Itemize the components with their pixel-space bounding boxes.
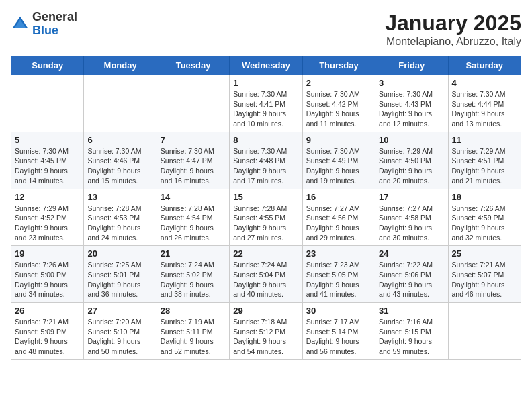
cell-info-text: Sunrise: 7:17 AMSunset: 5:14 PMDaylight:… <box>306 317 371 357</box>
cell-date-number: 26 <box>15 306 80 316</box>
cell-info-text: Sunrise: 7:21 AMSunset: 5:07 PMDaylight:… <box>452 260 517 300</box>
calendar-cell: 19Sunrise: 7:26 AMSunset: 5:00 PMDayligh… <box>11 246 84 303</box>
cell-date-number: 6 <box>87 135 152 145</box>
calendar-cell: 6Sunrise: 7:30 AMSunset: 4:46 PMDaylight… <box>84 132 157 189</box>
cell-info-text: Sunrise: 7:30 AMSunset: 4:46 PMDaylight:… <box>87 146 152 186</box>
calendar-cell: 22Sunrise: 7:24 AMSunset: 5:04 PMDayligh… <box>230 246 302 303</box>
cell-date-number: 20 <box>87 248 152 259</box>
calendar-cell: 17Sunrise: 7:27 AMSunset: 4:58 PMDayligh… <box>375 189 448 246</box>
cell-info-text: Sunrise: 7:24 AMSunset: 5:04 PMDaylight:… <box>233 260 298 300</box>
cell-date-number: 28 <box>161 306 226 316</box>
cell-date-number: 11 <box>452 135 517 145</box>
calendar-cell: 31Sunrise: 7:16 AMSunset: 5:15 PMDayligh… <box>375 303 448 360</box>
calendar-cell: 14Sunrise: 7:28 AMSunset: 4:54 PMDayligh… <box>157 189 229 246</box>
cell-info-text: Sunrise: 7:28 AMSunset: 4:55 PMDaylight:… <box>233 203 298 243</box>
calendar-cell <box>157 75 229 132</box>
cell-info-text: Sunrise: 7:26 AMSunset: 5:00 PMDaylight:… <box>15 260 80 300</box>
calendar-week-4: 26Sunrise: 7:21 AMSunset: 5:09 PMDayligh… <box>11 303 521 360</box>
cell-info-text: Sunrise: 7:18 AMSunset: 5:12 PMDaylight:… <box>233 317 298 357</box>
cell-info-text: Sunrise: 7:30 AMSunset: 4:43 PMDaylight:… <box>379 89 444 129</box>
cell-info-text: Sunrise: 7:29 AMSunset: 4:52 PMDaylight:… <box>15 203 80 243</box>
calendar-cell: 20Sunrise: 7:25 AMSunset: 5:01 PMDayligh… <box>84 246 157 303</box>
logo-text: General Blue <box>32 11 77 38</box>
calendar-cell: 8Sunrise: 7:30 AMSunset: 4:48 PMDaylight… <box>230 132 302 189</box>
calendar-cell: 24Sunrise: 7:22 AMSunset: 5:06 PMDayligh… <box>375 246 448 303</box>
cell-date-number: 2 <box>306 78 371 88</box>
title-block: January 2025 Montelapiano, Abruzzo, Ital… <box>385 11 521 48</box>
cell-date-number: 13 <box>87 192 152 202</box>
calendar-table: Sunday Monday Tuesday Wednesday Thursday… <box>11 56 521 360</box>
cell-date-number: 24 <box>379 248 444 259</box>
cell-info-text: Sunrise: 7:23 AMSunset: 5:05 PMDaylight:… <box>306 260 371 300</box>
cell-date-number: 3 <box>379 78 444 88</box>
calendar-week-1: 5Sunrise: 7:30 AMSunset: 4:45 PMDaylight… <box>11 132 521 189</box>
calendar-cell: 28Sunrise: 7:19 AMSunset: 5:11 PMDayligh… <box>157 303 229 360</box>
cell-date-number: 23 <box>306 248 371 259</box>
cell-date-number: 21 <box>161 248 226 259</box>
cell-info-text: Sunrise: 7:27 AMSunset: 4:56 PMDaylight:… <box>306 203 371 243</box>
cell-info-text: Sunrise: 7:29 AMSunset: 4:51 PMDaylight:… <box>452 146 517 186</box>
cell-info-text: Sunrise: 7:24 AMSunset: 5:02 PMDaylight:… <box>161 260 226 300</box>
cell-date-number: 19 <box>15 248 80 259</box>
calendar-cell <box>448 303 521 360</box>
cell-date-number: 29 <box>233 306 298 316</box>
cell-info-text: Sunrise: 7:30 AMSunset: 4:41 PMDaylight:… <box>233 89 298 129</box>
cell-date-number: 17 <box>379 192 444 202</box>
calendar-cell: 23Sunrise: 7:23 AMSunset: 5:05 PMDayligh… <box>302 246 375 303</box>
cell-info-text: Sunrise: 7:30 AMSunset: 4:42 PMDaylight:… <box>306 89 371 129</box>
cell-info-text: Sunrise: 7:26 AMSunset: 4:59 PMDaylight:… <box>452 203 517 243</box>
cell-info-text: Sunrise: 7:30 AMSunset: 4:49 PMDaylight:… <box>306 146 371 186</box>
cell-date-number: 22 <box>233 248 298 259</box>
cell-date-number: 5 <box>15 135 80 145</box>
calendar-cell: 26Sunrise: 7:21 AMSunset: 5:09 PMDayligh… <box>11 303 84 360</box>
calendar-cell: 15Sunrise: 7:28 AMSunset: 4:55 PMDayligh… <box>230 189 302 246</box>
cell-date-number: 15 <box>233 192 298 202</box>
calendar-cell: 27Sunrise: 7:20 AMSunset: 5:10 PMDayligh… <box>84 303 157 360</box>
calendar-cell: 5Sunrise: 7:30 AMSunset: 4:45 PMDaylight… <box>11 132 84 189</box>
cell-info-text: Sunrise: 7:30 AMSunset: 4:47 PMDaylight:… <box>161 146 226 186</box>
cell-info-text: Sunrise: 7:30 AMSunset: 4:45 PMDaylight:… <box>15 146 80 186</box>
calendar-cell: 30Sunrise: 7:17 AMSunset: 5:14 PMDayligh… <box>302 303 375 360</box>
calendar-cell: 12Sunrise: 7:29 AMSunset: 4:52 PMDayligh… <box>11 189 84 246</box>
calendar-cell: 29Sunrise: 7:18 AMSunset: 5:12 PMDayligh… <box>230 303 302 360</box>
cell-info-text: Sunrise: 7:20 AMSunset: 5:10 PMDaylight:… <box>87 317 152 357</box>
calendar-cell: 1Sunrise: 7:30 AMSunset: 4:41 PMDaylight… <box>230 75 302 132</box>
day-header-saturday: Saturday <box>448 56 521 75</box>
calendar-cell: 7Sunrise: 7:30 AMSunset: 4:47 PMDaylight… <box>157 132 229 189</box>
cell-info-text: Sunrise: 7:25 AMSunset: 5:01 PMDaylight:… <box>87 260 152 300</box>
calendar-subtitle: Montelapiano, Abruzzo, Italy <box>385 36 521 48</box>
day-header-friday: Friday <box>375 56 448 75</box>
calendar-cell: 25Sunrise: 7:21 AMSunset: 5:07 PMDayligh… <box>448 246 521 303</box>
cell-info-text: Sunrise: 7:30 AMSunset: 4:48 PMDaylight:… <box>233 146 298 186</box>
cell-info-text: Sunrise: 7:28 AMSunset: 4:54 PMDaylight:… <box>161 203 226 243</box>
cell-date-number: 4 <box>452 78 517 88</box>
cell-date-number: 1 <box>233 78 298 88</box>
calendar-cell <box>84 75 157 132</box>
calendar-week-0: 1Sunrise: 7:30 AMSunset: 4:41 PMDaylight… <box>11 75 521 132</box>
calendar-cell: 4Sunrise: 7:30 AMSunset: 4:44 PMDaylight… <box>448 75 521 132</box>
day-header-thursday: Thursday <box>302 56 375 75</box>
cell-date-number: 18 <box>452 192 517 202</box>
calendar-cell: 16Sunrise: 7:27 AMSunset: 4:56 PMDayligh… <box>302 189 375 246</box>
cell-date-number: 7 <box>161 135 226 145</box>
calendar-cell: 9Sunrise: 7:30 AMSunset: 4:49 PMDaylight… <box>302 132 375 189</box>
cell-date-number: 14 <box>161 192 226 202</box>
cell-date-number: 31 <box>379 306 444 316</box>
cell-date-number: 9 <box>306 135 371 145</box>
day-header-monday: Monday <box>84 56 157 75</box>
cell-date-number: 25 <box>452 248 517 259</box>
calendar-cell: 3Sunrise: 7:30 AMSunset: 4:43 PMDaylight… <box>375 75 448 132</box>
calendar-cell: 2Sunrise: 7:30 AMSunset: 4:42 PMDaylight… <box>302 75 375 132</box>
cell-info-text: Sunrise: 7:21 AMSunset: 5:09 PMDaylight:… <box>15 317 80 357</box>
cell-info-text: Sunrise: 7:29 AMSunset: 4:50 PMDaylight:… <box>379 146 444 186</box>
calendar-cell: 11Sunrise: 7:29 AMSunset: 4:51 PMDayligh… <box>448 132 521 189</box>
calendar-week-2: 12Sunrise: 7:29 AMSunset: 4:52 PMDayligh… <box>11 189 521 246</box>
calendar-cell: 10Sunrise: 7:29 AMSunset: 4:50 PMDayligh… <box>375 132 448 189</box>
cell-info-text: Sunrise: 7:28 AMSunset: 4:53 PMDaylight:… <box>87 203 152 243</box>
cell-date-number: 12 <box>15 192 80 202</box>
cell-info-text: Sunrise: 7:22 AMSunset: 5:06 PMDaylight:… <box>379 260 444 300</box>
cell-info-text: Sunrise: 7:19 AMSunset: 5:11 PMDaylight:… <box>161 317 226 357</box>
logo-icon <box>11 15 30 34</box>
calendar-cell: 21Sunrise: 7:24 AMSunset: 5:02 PMDayligh… <box>157 246 229 303</box>
cell-date-number: 16 <box>306 192 371 202</box>
